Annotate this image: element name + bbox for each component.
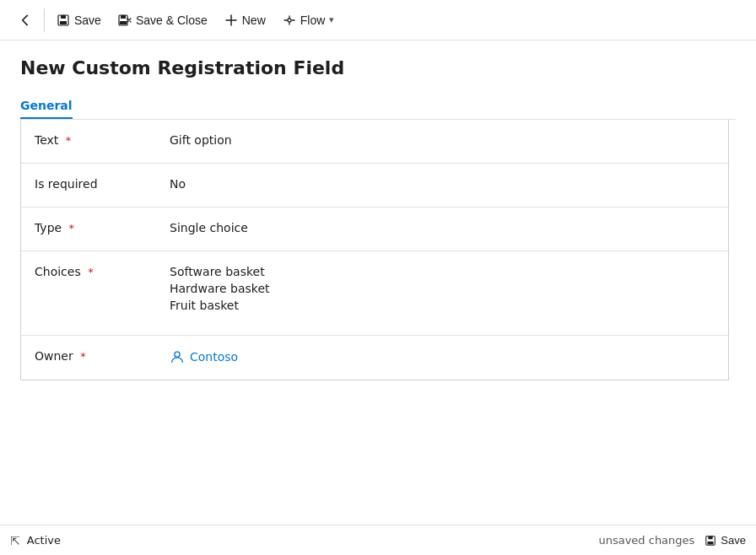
field-row-choices: Choices * Software basket Hardware baske… [21, 251, 728, 336]
svg-rect-1 [61, 15, 66, 19]
svg-point-6 [175, 352, 180, 357]
save-icon [57, 13, 70, 27]
field-value-text[interactable]: Gift option [170, 132, 715, 147]
new-button[interactable]: New [216, 8, 274, 32]
svg-rect-9 [708, 541, 714, 544]
owner-link[interactable]: Contoso [170, 349, 715, 364]
status-save-button[interactable]: Save [705, 534, 746, 547]
svg-rect-4 [121, 15, 126, 19]
field-row-owner: Owner * Contoso [21, 336, 728, 380]
page-title: New Custom Registration Field [20, 57, 736, 78]
toolbar: Save Save & Close New Flow ▾ [0, 0, 756, 40]
new-icon [224, 13, 238, 27]
owner-person-icon [170, 349, 185, 364]
flow-icon [283, 13, 296, 27]
form-panel: Text * Gift option Is required No Type *… [20, 120, 729, 380]
main-content: New Custom Registration Field General Te… [0, 40, 756, 525]
field-label-choices: Choices * [35, 263, 170, 278]
field-label-type: Type * [35, 219, 170, 234]
field-value-owner[interactable]: Contoso [170, 348, 715, 364]
svg-rect-5 [120, 21, 127, 24]
back-button[interactable] [10, 5, 40, 35]
field-value-type[interactable]: Single choice [170, 219, 715, 234]
svg-rect-8 [709, 536, 713, 539]
field-row-text: Text * Gift option [21, 120, 728, 164]
field-row-type: Type * Single choice [21, 207, 728, 251]
save-close-label: Save & Close [136, 13, 208, 27]
save-close-button[interactable]: Save & Close [110, 8, 216, 32]
status-right: unsaved changes Save [598, 534, 746, 547]
required-star-text: * [66, 134, 72, 147]
field-value-isrequired[interactable]: No [170, 175, 715, 191]
field-row-isrequired: Is required No [21, 164, 728, 207]
svg-rect-2 [60, 21, 67, 24]
expand-icon[interactable]: ⇱ [10, 534, 20, 547]
field-value-choices[interactable]: Software basket Hardware basket Fruit ba… [170, 263, 715, 312]
unsaved-changes-label: unsaved changes [598, 534, 694, 547]
required-star-type: * [69, 222, 75, 234]
field-label-isrequired: Is required [35, 175, 170, 191]
required-star-owner: * [80, 350, 86, 363]
new-label: New [242, 13, 266, 27]
toolbar-divider [44, 8, 45, 32]
form-container: Text * Gift option Is required No Type *… [20, 120, 736, 525]
status-bar: ⇱ Active unsaved changes Save [0, 525, 756, 555]
tab-bar: General [20, 92, 736, 120]
field-label-owner: Owner * [35, 348, 170, 363]
save-close-icon [118, 13, 132, 27]
flow-chevron-icon: ▾ [329, 14, 334, 25]
tab-general[interactable]: General [20, 92, 73, 119]
flow-label: Flow [300, 13, 326, 27]
field-label-text: Text * [35, 132, 170, 147]
required-star-choices: * [88, 266, 94, 278]
save-label: Save [74, 13, 101, 27]
status-save-icon [705, 535, 716, 547]
flow-button[interactable]: Flow ▾ [274, 8, 343, 32]
save-button[interactable]: Save [48, 8, 110, 32]
status-label: Active [27, 534, 61, 547]
status-left: ⇱ Active [10, 534, 61, 547]
